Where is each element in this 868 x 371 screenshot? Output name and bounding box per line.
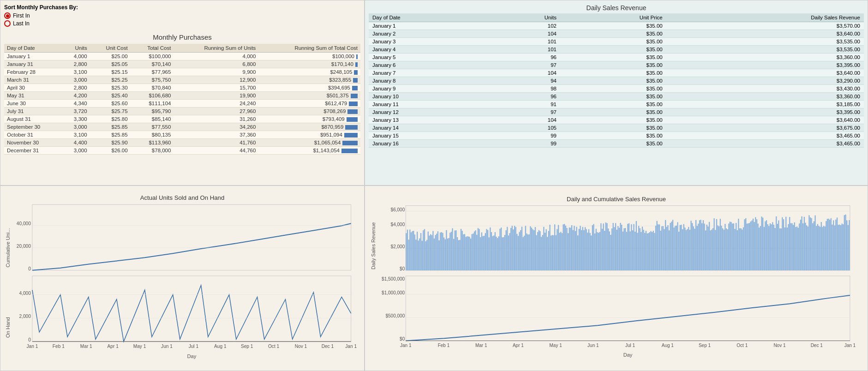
revenue-bar [778, 221, 779, 270]
revenue-bar [553, 235, 554, 270]
revenue-bar [569, 227, 570, 270]
table-cell: $25.30 [90, 84, 131, 92]
revenue-bar [604, 231, 605, 270]
revenue-bar [557, 229, 557, 270]
table-header-row: Day of Date Units Unit Cost Total Cost R… [4, 44, 360, 53]
table-cell: 96 [492, 54, 560, 61]
revenue-bar [585, 227, 586, 270]
table-cell: January 9 [369, 85, 492, 93]
revenue-bar [586, 229, 587, 270]
radio-last-in[interactable]: Last In [4, 20, 360, 27]
revenue-bar [797, 228, 798, 270]
revenue-bar [489, 237, 490, 270]
svg-text:$4,000: $4,000 [391, 222, 405, 227]
revenue-bar [727, 229, 728, 270]
revenue-bar [532, 229, 533, 270]
revenue-bar [480, 237, 481, 270]
revenue-bar [491, 232, 492, 270]
revenue-bar [442, 233, 443, 270]
table-cell: $1,065,054 [258, 139, 360, 147]
col-unit-cost: Unit Cost [90, 44, 131, 53]
revenue-bar [736, 223, 736, 270]
revenue-bar [789, 217, 790, 270]
table-row: January 14105$35.00$3,675.00 [369, 124, 864, 132]
daily-col-price: Unit Price [560, 13, 666, 22]
revenue-bar [841, 223, 842, 270]
table-cell: $25.25 [90, 76, 131, 84]
revenue-bar [779, 228, 780, 270]
revenue-bar [770, 223, 771, 270]
revenue-bar [724, 230, 724, 270]
table-cell: $25.60 [90, 100, 131, 108]
revenue-bar [497, 238, 498, 270]
table-cell: 105 [492, 124, 560, 132]
revenue-bar [502, 237, 503, 270]
revenue-bar [596, 229, 597, 270]
revenue-bar [827, 219, 828, 270]
revenue-bar [637, 233, 638, 270]
revenue-bar [434, 239, 435, 270]
radio-first-in[interactable]: First In [4, 12, 360, 19]
revenue-bar [822, 227, 823, 270]
revenue-bar [720, 219, 721, 270]
table-cell: $708,269 [258, 108, 360, 115]
table-cell: $35.00 [560, 108, 666, 116]
revenue-bar [429, 236, 430, 270]
revenue-bar [689, 230, 690, 270]
revenue-bar [678, 232, 679, 270]
revenue-bar [751, 221, 752, 270]
table-cell: May 31 [4, 92, 62, 100]
monthly-purchases-container: Monthly Purchases Day of Date Units Unit… [4, 30, 360, 155]
bar-indicator [354, 70, 358, 75]
revenue-bar [811, 218, 812, 270]
revenue-bar [482, 236, 483, 270]
revenue-bar [408, 239, 409, 270]
revenue-bar [543, 227, 544, 270]
revenue-bar [721, 226, 722, 270]
units-chart: Actual Units Sold and On Hand Cumulative… [4, 190, 360, 367]
revenue-bar [529, 234, 530, 270]
table-cell: February 28 [4, 68, 62, 76]
radio-circle-last-in[interactable] [4, 20, 11, 27]
revenue-bar [495, 232, 496, 270]
revenue-bar [498, 236, 499, 270]
revenue-bar [533, 230, 534, 270]
revenue-bar [754, 222, 755, 270]
table-cell: $3,535.00 [666, 38, 864, 46]
daily-col-units: Units [492, 13, 560, 22]
table-cell: $1,143,054 [258, 147, 360, 155]
table-cell: November 30 [4, 139, 62, 147]
table-cell: August 31 [4, 115, 62, 123]
revenue-bar [652, 232, 652, 270]
table-cell: 4,000 [62, 53, 90, 60]
revenue-bar [776, 216, 777, 270]
table-cell: $3,395.00 [666, 108, 864, 116]
table-cell: $77,550 [131, 123, 174, 131]
revenue-bar [646, 231, 647, 270]
revenue-bar [458, 240, 459, 270]
svg-text:$0: $0 [400, 336, 405, 341]
revenue-bar [738, 219, 739, 270]
table-row: January 2104$35.00$3,640.00 [369, 30, 864, 38]
revenue-bar [541, 237, 542, 270]
revenue-bar [666, 227, 667, 270]
revenue-bar [726, 228, 727, 270]
table-cell: $870,959 [258, 123, 360, 131]
revenue-bar [843, 224, 844, 270]
table-row: November 304,400$25.90$113,96041,760$1,0… [4, 139, 360, 147]
svg-text:Sep 1: Sep 1 [699, 343, 711, 348]
revenue-bar [469, 237, 470, 270]
radio-circle-first-in[interactable] [4, 12, 11, 19]
revenue-bar [512, 226, 513, 270]
svg-text:$0: $0 [400, 266, 405, 271]
table-cell: 104 [492, 69, 560, 77]
revenue-bar [825, 227, 826, 270]
svg-text:Jul 1: Jul 1 [189, 344, 199, 349]
revenue-bar [623, 228, 624, 270]
table-row: January 1102$35.00$3,570.00 [369, 22, 864, 30]
revenue-bar [677, 222, 678, 270]
svg-text:$1,000,000: $1,000,000 [382, 290, 405, 295]
svg-text:Apr 1: Apr 1 [108, 344, 119, 349]
svg-text:$2,000: $2,000 [391, 244, 405, 249]
table-row: January 14,000$25.00$100,0004,000$100,00… [4, 53, 360, 60]
